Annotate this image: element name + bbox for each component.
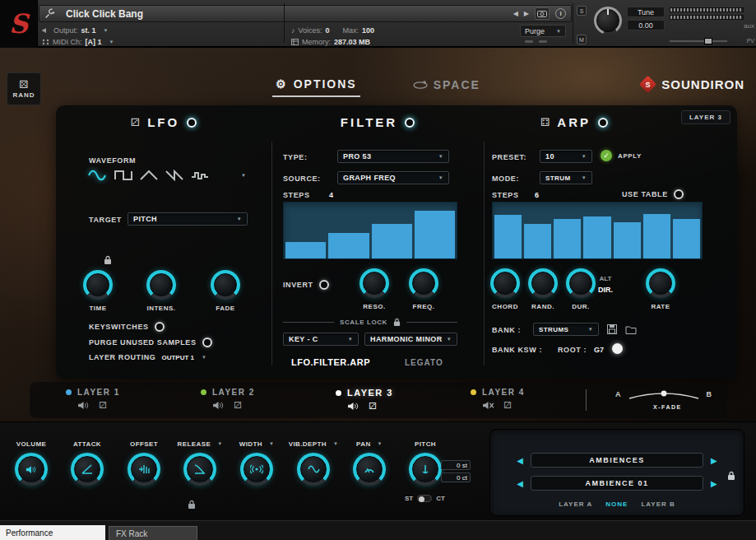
volume-knob[interactable] [15, 453, 48, 486]
speaker-icon[interactable] [347, 402, 359, 411]
save-bank-icon[interactable] [607, 324, 617, 334]
lfo-filter-arp-label[interactable]: LFO.FILTER.ARP [291, 357, 370, 367]
speaker-icon[interactable] [212, 401, 225, 410]
ambience-group-selector[interactable]: AMBIENCES [531, 453, 703, 468]
speaker-icon[interactable] [77, 401, 90, 410]
st-ct-toggle[interactable] [417, 495, 432, 502]
layer-link-value[interactable]: NONE [605, 500, 628, 508]
keyswitches-toggle[interactable] [155, 322, 165, 332]
lock-icon[interactable] [393, 318, 401, 327]
triangle-wave-icon[interactable] [140, 170, 158, 181]
arp-steps-value[interactable]: 6 [535, 191, 539, 199]
dice-icon[interactable]: ⚂ [99, 400, 107, 411]
dice-icon[interactable]: ⚂ [503, 400, 512, 411]
output-volume-slider[interactable] [670, 38, 727, 44]
tab-options[interactable]: ⚙ OPTIONS [272, 76, 360, 97]
ambience-group-next-icon[interactable]: ▶ [711, 456, 717, 465]
pitch-knob[interactable] [409, 453, 442, 486]
random-wave-icon[interactable] [191, 170, 209, 181]
pv-label[interactable]: PV [747, 38, 754, 44]
filter-step-graph[interactable] [283, 202, 457, 259]
chord-knob[interactable] [490, 268, 520, 298]
lock-icon[interactable] [104, 255, 112, 265]
legato-label[interactable]: LEGATO [405, 358, 443, 367]
ambience-preset-prev-icon[interactable]: ◀ [517, 479, 523, 488]
layer-1-tab[interactable]: LAYER 1 ⚂ [66, 388, 189, 411]
waveform-more-caret-icon[interactable]: ▼ [241, 173, 246, 178]
release-knob[interactable] [183, 453, 216, 486]
lock-icon[interactable] [188, 500, 196, 510]
arp-step-table[interactable] [492, 202, 703, 259]
next-instrument-icon[interactable]: ▶ [524, 10, 529, 17]
tab-space[interactable]: SPACE [410, 76, 484, 97]
wrench-icon[interactable] [44, 8, 55, 19]
direction-control[interactable]: ALT DIR. [587, 275, 624, 294]
layer-2-tab[interactable]: LAYER 2 ⚂ [201, 388, 324, 411]
dice-icon[interactable]: ⚃ [540, 116, 550, 128]
scale-key-dropdown[interactable]: KEY - C ▼ [283, 333, 359, 346]
tune-value[interactable]: 0.00 [627, 20, 665, 30]
tab-performance[interactable]: Performance [0, 525, 105, 540]
ambience-preset-selector[interactable]: AMBIENCE 01 [531, 476, 703, 491]
purge-dropdown[interactable]: Purge ▼ [520, 25, 566, 37]
ambience-group-prev-icon[interactable]: ◀ [517, 456, 523, 465]
filter-source-dropdown[interactable]: GRAPH FREQ ▼ [337, 171, 449, 184]
step-bar[interactable] [285, 242, 326, 258]
step-bar[interactable] [494, 215, 522, 258]
speaker-muted-icon[interactable] [482, 401, 494, 410]
intensity-knob[interactable] [146, 270, 176, 300]
step-bar[interactable] [415, 211, 455, 258]
slider-handle[interactable] [704, 38, 712, 44]
layer-3-tab[interactable]: LAYER 3 ⚂ [336, 388, 459, 412]
prev-instrument-icon[interactable]: ◀ [513, 10, 518, 17]
vibdepth-knob[interactable] [297, 453, 330, 486]
sine-wave-icon[interactable] [87, 170, 107, 181]
apply-check-icon[interactable]: ✓ [601, 150, 612, 161]
aux-label[interactable]: aux [744, 22, 754, 30]
step-bar[interactable] [372, 224, 412, 258]
tab-fx-rack[interactable]: FX Rack [109, 526, 197, 540]
layer-routing-dropdown[interactable]: OUTPUT 1 ▼ [161, 354, 206, 361]
solo-button[interactable]: S [577, 6, 587, 16]
resonance-knob[interactable] [359, 268, 389, 298]
purge-unused-toggle[interactable] [202, 338, 212, 347]
dice-icon[interactable]: ⚂ [131, 116, 140, 128]
attack-knob[interactable] [71, 453, 104, 486]
rate-knob[interactable] [646, 268, 675, 298]
step-bar[interactable] [524, 224, 551, 258]
arp-mode-dropdown[interactable]: STRUM ▼ [540, 171, 592, 184]
pan-knob[interactable] [353, 453, 386, 486]
frequency-knob[interactable] [409, 268, 438, 298]
output-row[interactable]: Output: st. 1 ▼ [42, 26, 109, 35]
dice-icon[interactable]: ⚂ [369, 401, 377, 412]
info-icon[interactable]: i [555, 8, 566, 19]
dropdown-caret-icon[interactable]: ▼ [333, 441, 338, 446]
filter-steps-value[interactable]: 4 [329, 191, 333, 199]
mute-button[interactable]: M [577, 35, 587, 44]
dice-icon[interactable]: ⚂ [234, 400, 242, 411]
arp-preset-dropdown[interactable]: 10 ▼ [540, 150, 592, 163]
saw-wave-icon[interactable] [165, 170, 183, 181]
snapshot-camera-icon[interactable] [535, 7, 550, 20]
filter-type-dropdown[interactable]: PRO 53 ▼ [337, 150, 449, 163]
lfo-target-dropdown[interactable]: PITCH ▼ [128, 212, 248, 226]
offset-knob[interactable] [128, 453, 160, 486]
filter-power-toggle[interactable] [405, 118, 415, 128]
layer-4-tab[interactable]: LAYER 4 ⚂ [471, 388, 594, 411]
dropdown-caret-icon[interactable]: ▼ [217, 441, 222, 446]
step-bar[interactable] [328, 233, 369, 258]
layer-a-label[interactable]: LAYER A [559, 500, 592, 508]
layer-b-label[interactable]: LAYER B [641, 500, 675, 508]
midi-row[interactable]: MIDI Ch: [A] 1 ▼ [42, 37, 114, 47]
pitch-semitone-box[interactable]: 0 st [441, 460, 471, 470]
random-knob[interactable] [528, 268, 558, 298]
tune-knob[interactable] [594, 7, 622, 35]
scale-type-dropdown[interactable]: HARMONIC MINOR ▼ [364, 333, 457, 346]
dropdown-caret-icon[interactable]: ▼ [269, 441, 274, 446]
step-bar[interactable] [643, 214, 670, 258]
ambience-preset-next-icon[interactable]: ▶ [711, 479, 717, 488]
dropdown-caret-icon[interactable]: ▼ [378, 441, 383, 446]
width-knob[interactable] [240, 453, 273, 486]
step-bar[interactable] [583, 216, 610, 258]
step-bar[interactable] [554, 219, 581, 258]
